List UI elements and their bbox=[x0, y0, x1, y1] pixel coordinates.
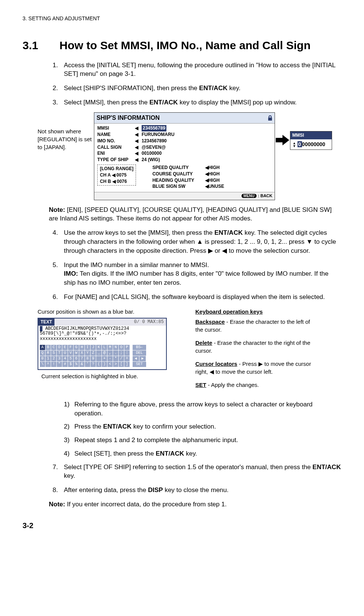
row-callsign-label: CALL SIGN bbox=[97, 144, 135, 151]
step-7: 7. Select [TYPE OF SHIP] referring to se… bbox=[53, 463, 341, 481]
op-delete: DEL bbox=[133, 350, 146, 356]
kbd-key: L bbox=[102, 345, 107, 350]
step-7-text-c: key. bbox=[64, 472, 75, 479]
step-5: 5. Input the IMO number in a similar man… bbox=[53, 261, 341, 287]
mmsi-popup-title: MMSI bbox=[290, 131, 332, 139]
ship-info-title: SHIP'S INFORMATION bbox=[97, 114, 160, 122]
substep-3: 3)Repeat steps 1 and 2 to complete the a… bbox=[64, 436, 341, 445]
kbd-key: X bbox=[79, 350, 85, 356]
row-imo-label: IMO NO. bbox=[97, 138, 135, 144]
kbd-key: ( bbox=[96, 362, 101, 367]
kbd-key: M bbox=[107, 345, 113, 350]
mmsi-digits-rest: 00000000 bbox=[302, 141, 325, 147]
step-8-text-a: After entering data, press the bbox=[64, 486, 148, 494]
kbd-key: = bbox=[124, 356, 130, 361]
legend-set-text: - Apply the changes. bbox=[206, 382, 259, 388]
text-line-1: ABCDEFGHIJKLMNOPQRSTUVWXYZ01234 bbox=[42, 326, 129, 331]
row-type-val: 24 (WIG) bbox=[142, 157, 160, 163]
legend-del-head: Delete bbox=[195, 340, 212, 346]
text-title: TEXT bbox=[38, 319, 54, 326]
substep-2-text-c: key to confirm your selection. bbox=[131, 423, 216, 430]
text-box: TEXT 0/ 0 MAX:85 ABCDEFGHIJKLMNOPQRSTUVW… bbox=[38, 318, 167, 370]
keyboard-ops: BS← DEL ◀ ▶ SET bbox=[133, 345, 146, 367]
kbd-key: A bbox=[40, 345, 45, 350]
kbd-key: % bbox=[74, 362, 79, 367]
page-number: 3-2 bbox=[23, 520, 341, 531]
step-3-text-a: Select [MMSI], then press the bbox=[64, 99, 150, 106]
long-range-cha: CH A ◀ 0075 bbox=[100, 172, 133, 178]
step-3: 3. Select [MMSI], then press the ENT/ACK… bbox=[53, 98, 341, 107]
step-7-key: ENT/ACK bbox=[313, 464, 341, 471]
keyboard-legend: Keyboard operation keys Backspace - Eras… bbox=[195, 308, 316, 394]
legend-heading: Keyboard operation keys bbox=[195, 308, 316, 316]
mmsi-digit-selected: 0 bbox=[298, 141, 302, 147]
lock-icon bbox=[268, 115, 272, 121]
kbd-key: D bbox=[57, 345, 62, 350]
kbd-key: B bbox=[45, 345, 51, 350]
kbd-key: 4 bbox=[62, 356, 68, 361]
substep-1: 1)Referring to the figure above, press t… bbox=[64, 400, 341, 418]
op-backspace: BS← bbox=[133, 345, 146, 350]
long-range-box: [LONG RANGE] CH A ◀ 0075 CH B ◀ 0076 bbox=[97, 165, 136, 186]
step-6: 6. For [NAME] and [CALL SIGN], the softw… bbox=[53, 293, 341, 302]
substep-4: 4)Select [SET], then press the ENT/ACK k… bbox=[64, 449, 341, 458]
kbd-key: P bbox=[124, 345, 130, 350]
kbd-key: 9 bbox=[91, 356, 96, 361]
text-line-2: 56789[\]^_@!"#$%&'()*+,-./:;<=>? bbox=[40, 331, 126, 336]
kbd-key: Z bbox=[91, 350, 96, 356]
row-mmsi-label: MMSI bbox=[97, 125, 135, 131]
kbd-key: ? bbox=[91, 362, 96, 367]
kbd-key: T bbox=[57, 350, 62, 356]
step-2-key: ENT/ACK bbox=[199, 85, 228, 92]
row-name-val: FURUNOMARU bbox=[142, 131, 174, 138]
row-eni-label: ENI bbox=[97, 150, 135, 157]
row-imo-val: 1234567890 bbox=[142, 138, 167, 144]
step-3-text-c: key to display the [MMSI] pop up window. bbox=[178, 99, 297, 106]
keyboard-figure: Cursor position is shown as a blue bar. … bbox=[38, 308, 341, 394]
final-note-text: If you enter incorrect data, do the proc… bbox=[65, 501, 227, 508]
q-heading-label: HEADING QUALITY bbox=[153, 177, 205, 184]
step-6-text: For [NAME] and [CALL SIGN], the software… bbox=[64, 293, 325, 300]
row-callsign-val: @SEVEN@ bbox=[142, 144, 166, 151]
kbd-key: _ bbox=[96, 350, 101, 356]
kbd-key: U bbox=[62, 350, 68, 356]
row-type-label: TYPE OF SHIP bbox=[97, 157, 135, 163]
q-blue-val: UNUSE bbox=[208, 183, 224, 190]
kbd-key: 1 bbox=[45, 356, 51, 361]
kbd-key: N bbox=[113, 345, 118, 350]
kbd-key: @ bbox=[102, 350, 107, 356]
substep-4-text-a: Select [SET], then press the bbox=[74, 450, 156, 457]
step-8: 8. After entering data, press the DISP k… bbox=[53, 486, 341, 495]
kbd-key: ) bbox=[102, 362, 107, 367]
kbd-key: [ bbox=[119, 362, 124, 367]
q-speed-val: HIGH bbox=[208, 165, 220, 171]
kbd-key: C bbox=[51, 345, 56, 350]
kbd-key: ' bbox=[85, 362, 90, 367]
kbd-key: J bbox=[91, 345, 96, 350]
kbd-key: ; bbox=[119, 350, 124, 356]
kbd-key: O bbox=[119, 345, 124, 350]
step-3-key: ENT/ACK bbox=[150, 99, 178, 106]
row-mmsi-val: 234556789 bbox=[142, 125, 166, 131]
kbd-key: E bbox=[62, 345, 68, 350]
kbd-key: 8 bbox=[85, 356, 90, 361]
regulation-note: Not shown where [REGULATION] is set to [… bbox=[38, 127, 94, 151]
kbd-key: R bbox=[45, 350, 51, 356]
quality-block: SPEED QUALITY◀ HIGH COURSE QUALITY◀ HIGH… bbox=[153, 165, 224, 190]
arrow-right-icon bbox=[275, 135, 290, 145]
step-8-key: DISP bbox=[148, 486, 163, 494]
kbd-key: ^ bbox=[45, 362, 51, 367]
kbd-key: ! bbox=[51, 362, 56, 367]
step-1: 1.Access the [INITIAL SET] menu, followi… bbox=[53, 61, 341, 79]
section-title-text: How to Set MMSI, IMO No., Name and Call … bbox=[59, 39, 310, 51]
step-1-text: Access the [INITIAL SET] menu, following… bbox=[64, 62, 335, 78]
row-name-label: NAME bbox=[97, 131, 135, 138]
kbd-key: ] bbox=[124, 362, 130, 367]
menu-pill: MENU bbox=[242, 194, 256, 198]
kbd-key: 6 bbox=[74, 356, 79, 361]
op-set: SET bbox=[133, 362, 146, 367]
substep-2-key: ENT/ACK bbox=[103, 423, 132, 430]
kbd-key bbox=[96, 356, 101, 361]
kbd-key: * bbox=[113, 356, 118, 361]
kbd-key: & bbox=[79, 362, 85, 367]
